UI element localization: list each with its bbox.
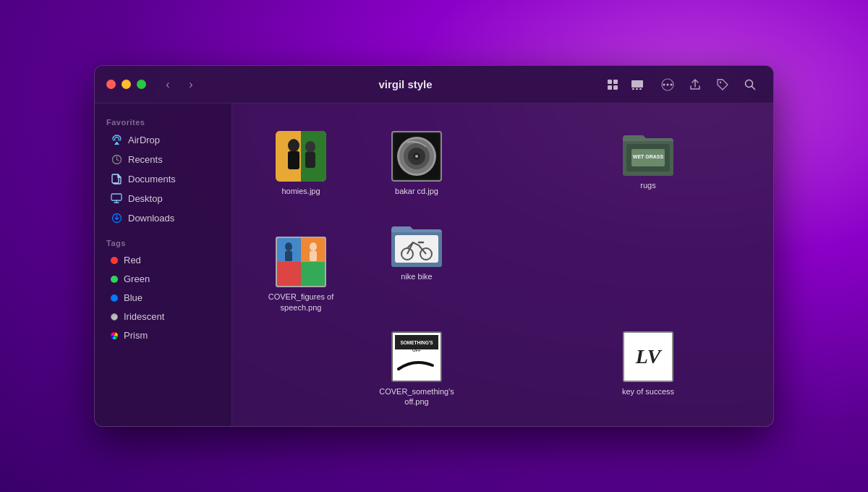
svg-point-8 <box>663 83 665 85</box>
sidebar-item-label: AirDrop <box>128 135 160 145</box>
sidebar-item-tag-red[interactable]: Red <box>99 251 227 269</box>
forward-button[interactable]: › <box>181 75 201 95</box>
file-thumbnail-bakar <box>391 131 442 182</box>
file-thumbnail-cover-somethings: SOMETHING'S OFF <box>391 331 442 382</box>
svg-rect-0 <box>608 80 612 84</box>
file-item-nike-bike[interactable]: nike bike <box>370 216 464 318</box>
nav-buttons: ‹ › <box>158 75 201 95</box>
sidebar-item-label: Documents <box>128 174 176 184</box>
sidebar-item-recents[interactable]: Recents <box>99 150 227 169</box>
svg-rect-41 <box>301 262 325 286</box>
red-tag-dot <box>111 257 118 264</box>
svg-rect-5 <box>632 88 634 90</box>
svg-text:WET GRASS: WET GRASS <box>633 154 664 159</box>
tag-icon <box>716 78 729 91</box>
sidebar-item-label: Downloads <box>128 213 174 224</box>
minimize-button[interactable] <box>122 80 131 89</box>
sidebar: Favorites AirDrop <box>95 103 232 426</box>
svg-rect-21 <box>288 151 299 169</box>
sidebar-item-label: Blue <box>124 292 142 303</box>
blue-tag-dot <box>111 294 118 302</box>
gallery-icon <box>631 78 644 91</box>
sidebar-item-label: Recents <box>128 154 163 165</box>
svg-rect-45 <box>310 251 317 261</box>
favorites-label: Favorites <box>95 112 231 130</box>
finder-window: ‹ › virgil style <box>94 65 774 427</box>
iridescent-tag-dot <box>111 313 118 321</box>
file-name-key-of-success: key of success <box>622 386 674 396</box>
file-name-bakar-cd: bakar cd.jpg <box>395 186 438 196</box>
share-button[interactable] <box>684 73 707 96</box>
maximize-button[interactable] <box>137 80 146 89</box>
sidebar-item-label: Red <box>124 255 141 266</box>
file-thumbnail-nike-bike <box>391 222 442 267</box>
more-options-button[interactable] <box>656 73 679 96</box>
svg-rect-43 <box>285 251 292 261</box>
file-name-nike-bike: nike bike <box>401 271 432 281</box>
back-button[interactable]: ‹ <box>158 75 178 95</box>
sidebar-item-desktop[interactable]: Desktop <box>99 189 227 208</box>
svg-point-9 <box>667 83 669 85</box>
prism-tag-dot <box>111 332 118 339</box>
main-content: homies.jpg <box>232 103 773 426</box>
tag-button[interactable] <box>711 73 734 96</box>
svg-point-10 <box>671 83 673 85</box>
svg-text:SOMETHING'S: SOMETHING'S <box>400 340 433 345</box>
file-name-homies: homies.jpg <box>281 186 320 196</box>
downloads-icon <box>111 212 122 224</box>
search-icon <box>744 78 757 91</box>
file-thumbnail-homies <box>276 131 326 182</box>
svg-point-42 <box>285 242 292 251</box>
file-item-homies[interactable]: homies.jpg <box>254 125 348 202</box>
more-icon <box>661 78 674 91</box>
toolbar-actions <box>601 73 762 96</box>
desktop-icon <box>111 192 122 204</box>
svg-rect-2 <box>608 85 612 90</box>
documents-icon <box>111 173 122 184</box>
view-button-group <box>601 73 649 96</box>
recents-icon <box>111 153 122 165</box>
file-thumbnail-rugs: WET GRASS <box>623 131 673 176</box>
sidebar-item-downloads[interactable]: Downloads <box>99 208 227 227</box>
sidebar-item-tag-green[interactable]: Green <box>99 270 227 288</box>
svg-text:LV: LV <box>635 345 663 368</box>
svg-point-44 <box>310 242 317 251</box>
icon-view-button[interactable] <box>601 73 624 96</box>
svg-rect-6 <box>636 88 638 90</box>
file-item-cover-somethings[interactable]: SOMETHING'S OFF COVER_something's off.pn… <box>370 326 464 413</box>
tags-label: Tags <box>95 233 231 250</box>
sidebar-item-tag-blue[interactable]: Blue <box>99 289 227 307</box>
file-item-key-of-success[interactable]: LV key of success <box>601 326 695 413</box>
sidebar-item-tag-iridescent[interactable]: Iridescent <box>99 308 227 326</box>
file-item-bakar-cd[interactable]: bakar cd.jpg <box>370 125 464 202</box>
green-tag-dot <box>111 276 118 283</box>
search-button[interactable] <box>739 73 762 96</box>
svg-rect-23 <box>305 152 315 168</box>
svg-rect-4 <box>631 80 643 88</box>
files-grid: homies.jpg <box>247 118 759 420</box>
sidebar-item-label: Desktop <box>128 193 163 204</box>
svg-point-12 <box>720 81 721 82</box>
file-name-cover-figures: COVER_figures of speech.png <box>261 292 341 313</box>
sidebar-item-airdrop[interactable]: AirDrop <box>99 130 227 149</box>
svg-rect-40 <box>277 262 301 286</box>
file-item-cover-figures[interactable]: COVER_figures of speech.png <box>254 231 348 318</box>
grid-icon <box>606 78 619 91</box>
svg-rect-1 <box>613 80 618 84</box>
titlebar: ‹ › virgil style <box>95 66 773 103</box>
airdrop-icon <box>111 134 122 145</box>
sidebar-item-label: Prism <box>124 330 148 341</box>
file-thumbnail-key-of-success: LV <box>623 331 673 382</box>
content-area: Favorites AirDrop <box>95 103 773 426</box>
file-thumbnail-cover-figures <box>276 237 326 287</box>
sidebar-item-tag-prism[interactable]: Prism <box>99 326 227 344</box>
file-item-rugs[interactable]: WET GRASS rugs <box>601 125 695 202</box>
window-title: virgil style <box>210 78 601 90</box>
gallery-view-button[interactable] <box>626 73 649 96</box>
close-button[interactable] <box>106 80 116 89</box>
sidebar-item-label: Green <box>124 273 150 284</box>
sidebar-item-documents[interactable]: Documents <box>99 169 227 188</box>
svg-point-20 <box>288 139 299 152</box>
svg-rect-7 <box>639 88 642 90</box>
share-icon <box>689 78 702 91</box>
